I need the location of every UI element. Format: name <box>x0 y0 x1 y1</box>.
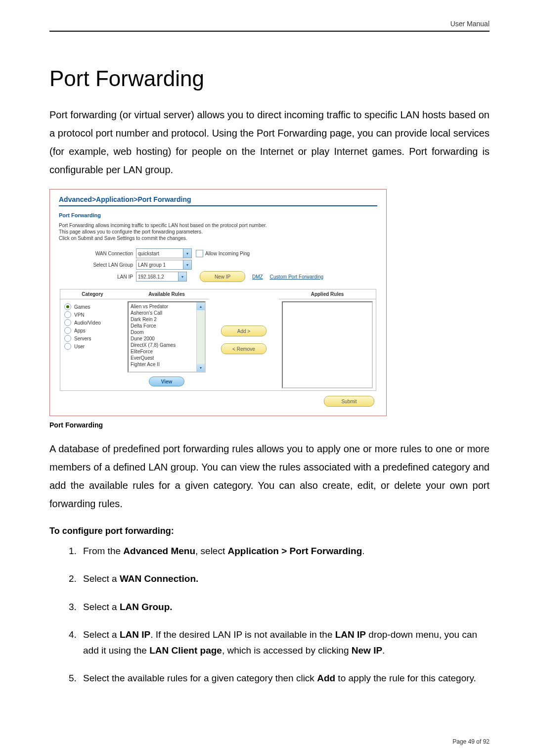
step-2: Select a WAN Connection. <box>79 571 490 587</box>
chevron-down-icon: ▾ <box>183 260 191 269</box>
configure-subheading: To configure port forwarding: <box>49 526 490 536</box>
category-radio-apps[interactable]: Apps <box>64 327 121 334</box>
radio-icon <box>64 311 71 318</box>
figure-caption: Port Forwarding <box>49 421 490 429</box>
chevron-up-icon[interactable]: ▴ <box>197 302 205 310</box>
category-header: Category <box>60 289 125 299</box>
steps-list: From the Advanced Menu, select Applicati… <box>49 543 490 687</box>
list-item[interactable]: Delta Force <box>131 323 203 329</box>
allow-ping-checkbox[interactable]: Allow Incoming Ping <box>196 250 250 257</box>
list-item[interactable]: Alien vs Predator <box>131 303 203 310</box>
radio-icon <box>64 303 71 310</box>
add-button[interactable]: Add > <box>221 326 267 336</box>
router-ui-figure: Advanced>Application>Port Forwarding Por… <box>49 189 387 416</box>
step-4: Select a LAN IP. If the desired LAN IP i… <box>79 627 490 659</box>
step-5: Select the available rules for a given c… <box>79 670 490 686</box>
applied-rules-header: Applied Rules <box>279 289 376 299</box>
radio-icon <box>64 327 71 334</box>
category-radio-servers[interactable]: Servers <box>64 335 121 342</box>
new-ip-button[interactable]: New IP <box>200 271 245 282</box>
lan-group-label: Select LAN Group <box>59 262 136 268</box>
list-item[interactable]: Dark Rein 2 <box>131 316 203 323</box>
wan-label: WAN Connection <box>59 251 136 256</box>
breadcrumb: Advanced>Application>Port Forwarding <box>59 195 377 206</box>
category-radio-user[interactable]: User <box>64 343 121 350</box>
radio-icon <box>64 343 71 350</box>
step-3: Select a LAN Group. <box>79 599 490 615</box>
page-footer: Page 49 of 92 <box>452 738 490 745</box>
remove-button[interactable]: < Remove <box>221 343 267 354</box>
applied-rules-listbox[interactable] <box>282 301 373 388</box>
intro-paragraph: Port forwarding (or virtual server) allo… <box>49 106 490 179</box>
page-title: Port Forwarding <box>49 66 490 91</box>
lan-ip-select[interactable]: 192.168.1.2 ▾ <box>136 272 187 282</box>
lan-ip-label: LAN IP <box>59 274 136 280</box>
radio-icon <box>64 319 71 326</box>
submit-button[interactable]: Submit <box>324 396 374 407</box>
category-radio-audio-video[interactable]: Audio/Video <box>64 319 121 326</box>
view-button[interactable]: View <box>149 377 184 386</box>
list-item[interactable]: Asheron's Call <box>131 310 203 316</box>
custom-port-forwarding-link[interactable]: Custom Port Forwarding <box>270 274 323 280</box>
panel-description: Port Forwarding allows incoming traffic … <box>59 222 377 241</box>
available-rules-listbox[interactable]: Alien vs Predator Asheron's Call Dark Re… <box>128 301 206 373</box>
category-radio-vpn[interactable]: VPN <box>64 311 121 318</box>
chevron-down-icon[interactable]: ▾ <box>197 364 205 372</box>
chevron-down-icon: ▾ <box>178 272 186 281</box>
second-paragraph: A database of predefined port forwarding… <box>49 440 490 513</box>
list-item[interactable]: Doom <box>131 329 203 335</box>
list-item[interactable]: EverQuest <box>131 355 203 361</box>
list-item[interactable]: Dune 2000 <box>131 335 203 342</box>
category-radio-games[interactable]: Games <box>64 303 121 310</box>
checkbox-icon <box>196 250 203 257</box>
header-doc-label: User Manual <box>49 20 490 31</box>
panel-title: Port Forwarding <box>59 212 377 218</box>
header-rule <box>49 31 490 32</box>
dmz-link[interactable]: DMZ <box>252 274 263 280</box>
chevron-down-icon: ▾ <box>183 249 191 258</box>
radio-icon <box>64 335 71 342</box>
lan-group-select[interactable]: LAN group 1 ▾ <box>136 260 192 270</box>
rules-panel: Category Games VPN Audio/Video Apps Serv… <box>60 289 376 391</box>
wan-connection-select[interactable]: quickstart ▾ <box>136 248 192 258</box>
step-1: From the Advanced Menu, select Applicati… <box>79 543 490 559</box>
list-item[interactable]: DirectX (7,8) Games <box>131 342 203 348</box>
available-rules-header: Available Rules <box>125 289 209 299</box>
scrollbar[interactable]: ▴ ▾ <box>196 302 205 372</box>
list-item[interactable]: EliteForce <box>131 348 203 355</box>
list-item[interactable]: Fighter Ace II <box>131 361 203 368</box>
